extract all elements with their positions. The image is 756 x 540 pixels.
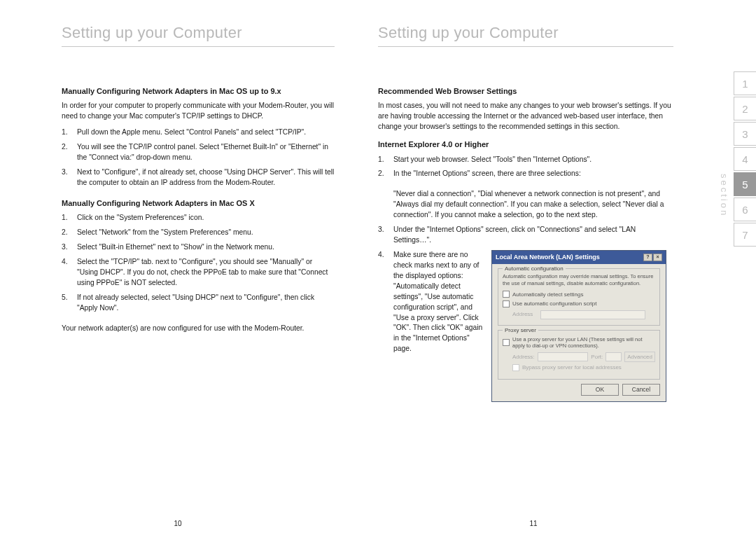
proxy-note: Use a proxy server for your LAN (These s… [512,336,655,350]
steps-ie: Start your web browser. Select "Tools" t… [378,155,673,180]
checkbox-auto-script[interactable] [503,300,510,307]
checkbox-proxy[interactable] [503,339,510,346]
heading-ie: Internet Explorer 4.0 or Higher [378,139,673,150]
heading-mac9: Manually Configuring Network Adapters in… [62,86,335,97]
input-port[interactable] [606,352,622,361]
page-header-left: Setting up your Computer [62,24,335,47]
page-right: Setting up your Computer Recommended Web… [356,0,711,540]
tab-6[interactable]: 6 [734,198,756,221]
label-auto-detect: Automatically detect settings [512,291,583,299]
steps-mac9: Pull down the Apple menu. Select "Contro… [62,127,335,188]
proxy-legend: Proxy server [503,326,538,335]
list-item: Click on the "System Preferences" icon. [62,213,335,223]
input-proxy-address[interactable] [538,352,589,361]
tab-5[interactable]: 5 [734,172,756,196]
dialog-controls: ? × [643,254,662,261]
list-item: Next to "Configure", if not already set,… [62,167,335,188]
close-icon[interactable]: × [653,254,662,261]
proxy-group: Proxy server Use a proxy server for your… [498,330,660,380]
ie-step4-text: Make sure there are no check marks next … [393,250,484,402]
heading-browser: Recommended Web Browser Settings [378,86,673,97]
list-item: Under the "Internet Options" screen, cli… [378,225,673,246]
label-auto-script: Use automatic configuration script [512,300,597,308]
dialog-title: Local Area Network (LAN) Settings [496,253,600,262]
cancel-button[interactable]: Cancel [622,384,660,396]
tab-3[interactable]: 3 [734,122,756,146]
auto-config-group: Automatic configuration Automatic config… [498,268,660,326]
tab-4[interactable]: 4 [734,147,756,171]
checkbox-auto-detect[interactable] [503,291,510,298]
list-item: In the "Internet Options" screen, there … [378,169,673,179]
help-icon[interactable]: ? [643,254,652,261]
section-label: section [719,174,729,217]
page-number-right: 11 [529,520,537,527]
ok-button[interactable]: OK [581,384,619,396]
page-header-right: Setting up your Computer [378,24,673,47]
intro-mac9: In order for your computer to properly c… [62,101,335,122]
list-item: Select "Built-in Ethernet" next to "Show… [62,242,335,253]
outro-macosx: Your network adapter(s) are now configur… [62,324,335,334]
auto-note: Automatic configuration may override man… [503,273,655,287]
heading-macosx: Manually Configuring Network Adapters in… [62,198,335,209]
list-item: If not already selected, select "Using D… [62,293,335,314]
list-item: Make sure there are no check marks next … [378,250,673,402]
intro-browser: In most cases, you will not need to make… [378,101,673,132]
advanced-button[interactable]: Advanced [624,352,655,362]
label-bypass: Bypass proxy server for local addresses [522,364,622,372]
input-address[interactable] [540,310,645,319]
ie-quote: "Never dial a connection", "Dial wheneve… [378,189,673,221]
list-item: Start your web browser. Select "Tools" t… [378,155,673,165]
auto-legend: Automatic configuration [503,265,566,273]
page-number-left: 10 [174,520,181,527]
list-item: You will see the TCP/IP control panel. S… [62,142,335,163]
list-item: Pull down the Apple menu. Select "Contro… [62,127,335,138]
label-proxy-address: Address: [512,353,535,361]
page-left: Setting up your Computer Manually Config… [0,0,356,540]
lan-settings-dialog: Local Area Network (LAN) Settings ? × Au… [491,250,666,402]
label-address: Address [512,310,538,319]
steps-ie-cont: Under the "Internet Options" screen, cli… [378,225,673,402]
checkbox-bypass[interactable] [512,364,519,371]
dialog-titlebar: Local Area Network (LAN) Settings ? × [492,251,666,264]
section-tabs: 1 2 3 4 5 6 7 [734,71,756,248]
label-port: Port: [591,353,603,361]
list-item: Select the "TCP/IP" tab. next to "Config… [62,257,335,289]
tab-7[interactable]: 7 [734,223,756,247]
tab-1[interactable]: 1 [734,71,756,95]
tab-2[interactable]: 2 [734,97,756,120]
steps-macosx: Click on the "System Preferences" icon. … [62,213,335,313]
list-item: Select "Network" from the "System Prefer… [62,228,335,238]
